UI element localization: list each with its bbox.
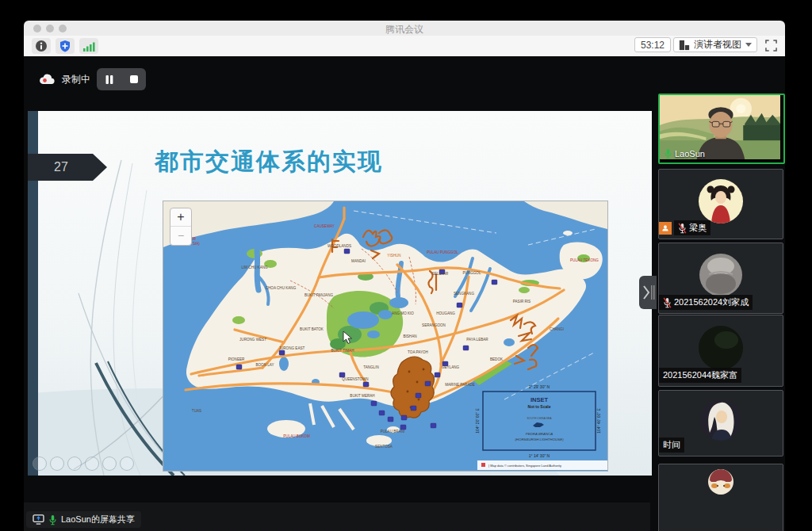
map-inset: 1° 29' 30" N INSET Not to Scale SOUTH CH…	[475, 384, 601, 458]
svg-text:1° 29' 30" N: 1° 29' 30" N	[529, 384, 550, 389]
avatar	[700, 399, 741, 441]
svg-text:SOUTH CHINA SEA: SOUTH CHINA SEA	[527, 417, 553, 420]
svg-text:PULAU TEKONG: PULAU TEKONG	[570, 258, 599, 262]
participant-name: 时间	[663, 439, 680, 451]
presenter-control-5[interactable]	[102, 457, 117, 471]
svg-text:PULAU BRANI: PULAU BRANI	[381, 430, 405, 434]
window-title: 腾讯会议	[24, 23, 785, 36]
security-button[interactable]	[56, 38, 75, 54]
participant-name: 2021562044魏家富	[663, 369, 737, 381]
svg-text:SELETAR: SELETAR	[432, 272, 449, 276]
mic-on-icon	[48, 514, 57, 525]
svg-text:WOODLANDS: WOODLANDS	[327, 244, 351, 248]
svg-text:CAUSEWAY: CAUSEWAY	[314, 224, 335, 228]
svg-text:PASIR RIS: PASIR RIS	[513, 300, 530, 304]
svg-text:SERANGOON: SERANGOON	[422, 323, 446, 327]
participant-name: 2021562024刘家成	[674, 296, 749, 308]
svg-text:CHOA CHU KANG: CHOA CHU KANG	[266, 286, 297, 290]
svg-text:Not to Scale: Not to Scale	[528, 404, 551, 409]
svg-text:(HORSBURGH LIGHTHOUSE): (HORSBURGH LIGHTHOUSE)	[515, 437, 564, 441]
hand-raised-badge	[659, 222, 672, 235]
svg-text:BUKIT BATOK: BUKIT BATOK	[300, 327, 324, 331]
svg-text:JURONG WEST: JURONG WEST	[239, 338, 266, 342]
svg-text:YISHUN: YISHUN	[387, 254, 400, 258]
participant-tile-partial[interactable]	[658, 464, 783, 531]
svg-text:BUKIT MERAH: BUKIT MERAH	[350, 394, 374, 398]
stop-recording-button[interactable]	[124, 71, 144, 88]
svg-text:PIONEER: PIONEER	[228, 357, 245, 361]
svg-text:PEDRA BRANCA: PEDRA BRANCA	[526, 432, 553, 436]
avatar	[699, 326, 743, 370]
recording-indicator: 录制中	[38, 68, 146, 90]
avatar	[708, 469, 733, 495]
mic-muted-icon	[678, 223, 687, 234]
svg-text:BOON LAY: BOON LAY	[255, 363, 274, 367]
presenter-control-4[interactable]	[85, 457, 99, 471]
svg-text:104° 40' 00" E: 104° 40' 00" E	[596, 407, 601, 433]
svg-text:BUKIT TIMAH: BUKIT TIMAH	[331, 349, 354, 353]
view-mode-button[interactable]: 演讲者视图	[673, 37, 757, 52]
fullscreen-button[interactable]	[763, 38, 779, 52]
zoom-out-button[interactable]: −	[170, 227, 191, 244]
map-zoom-control: + −	[170, 208, 192, 246]
layout-view-icon	[679, 40, 690, 51]
view-mode-label: 演讲者视图	[694, 37, 741, 52]
svg-text:PUNGGOL: PUNGGOL	[463, 271, 481, 275]
svg-text:MANDAI: MANDAI	[351, 259, 366, 263]
svg-text:MARINE PARADE: MARINE PARADE	[445, 383, 475, 387]
svg-text:ANG MO KIO: ANG MO KIO	[392, 311, 414, 315]
presenter-control-1[interactable]	[33, 457, 47, 471]
slide-number: 27	[28, 154, 94, 181]
svg-text:QUEENSTOWN: QUEENSTOWN	[342, 377, 368, 381]
participant-tile-shijian[interactable]: 时间	[658, 390, 783, 457]
svg-text:LIM CHU KANG: LIM CHU KANG	[241, 266, 268, 269]
zoom-in-button[interactable]: +	[170, 208, 191, 227]
stop-icon	[129, 74, 139, 84]
screen-share-banner: LaoSun的屏幕共享	[26, 511, 141, 528]
svg-text:BISHAN: BISHAN	[403, 334, 416, 338]
presenter-control-2[interactable]	[50, 457, 64, 471]
svg-text:TOA PAYOH: TOA PAYOH	[408, 350, 428, 354]
svg-text:GEYLANG: GEYLANG	[442, 365, 460, 369]
svg-text:PULAU PUNGGOL: PULAU PUNGGOL	[427, 250, 458, 254]
mic-muted-icon	[663, 297, 672, 308]
svg-text:BEDOK: BEDOK	[490, 357, 504, 361]
presenter-control-6[interactable]	[120, 457, 134, 471]
recording-label: 录制中	[62, 73, 90, 86]
info-icon	[35, 40, 48, 52]
pause-recording-button[interactable]	[100, 71, 119, 88]
screen-share-icon	[33, 514, 44, 525]
fullscreen-icon	[765, 40, 777, 52]
network-signal-icon	[82, 40, 95, 52]
singapore-map[interactable]: JOHOR (MALAYSIA) CAUSEWAY LIM CHU KANG W…	[163, 201, 608, 472]
svg-text:BUKIT PANJANG: BUKIT PANJANG	[304, 293, 334, 297]
meeting-timer: 53:12	[634, 37, 671, 52]
meeting-info-button[interactable]	[32, 38, 51, 54]
participant-tile-liujiacheng[interactable]: 2021562024刘家成	[658, 243, 783, 314]
pedra-branca-island-icon	[533, 422, 544, 427]
avatar	[699, 179, 743, 223]
slide-title: 都市交通体系的实现	[155, 146, 383, 178]
network-status-button[interactable]	[79, 38, 98, 54]
svg-text:SENGKANG: SENGKANG	[454, 292, 474, 296]
person-icon	[661, 224, 669, 232]
presenter-control-3[interactable]	[67, 457, 82, 471]
participant-tile-liangao[interactable]: 梁奥	[658, 169, 783, 239]
participant-tile-laosun[interactable]: LaoSun	[658, 94, 785, 164]
chevron-right-icon	[639, 276, 657, 309]
shared-slide: 27 都市交通体系的实现	[28, 111, 652, 476]
map-attribution: | Map data © contributors, Singapore Lan…	[477, 460, 607, 470]
svg-text:INSET: INSET	[530, 396, 549, 403]
screen-share-label: LaoSun的屏幕共享	[61, 514, 135, 525]
mouse-cursor	[343, 330, 354, 345]
participant-tile-weijiafu[interactable]: 2021562044魏家富	[658, 315, 783, 387]
svg-text:HOUGANG: HOUGANG	[436, 311, 455, 315]
meeting-toolbar: 53:12 演讲者视图	[24, 36, 785, 57]
pause-icon	[105, 74, 114, 85]
svg-text:JURONG EAST: JURONG EAST	[279, 346, 305, 350]
security-shield-icon	[59, 40, 71, 52]
sidebar-collapse-handle[interactable]	[639, 276, 657, 309]
svg-text:PAYA LEBAR: PAYA LEBAR	[466, 338, 488, 342]
chevron-down-icon	[745, 43, 752, 47]
recording-controls	[97, 68, 146, 90]
